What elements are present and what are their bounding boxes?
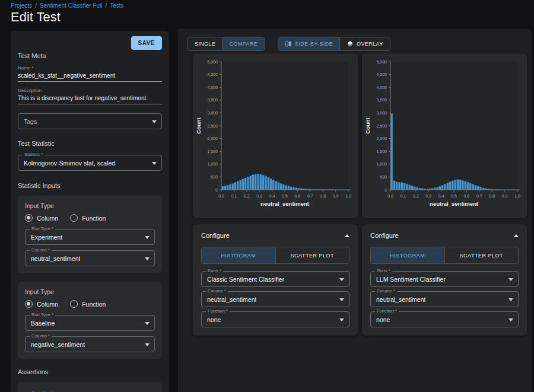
column-select-value: neutral_sentiment xyxy=(31,255,80,262)
layout-toggle-group: SIDE-BY-SIDE OVERLAY xyxy=(278,37,390,51)
svg-text:0.4: 0.4 xyxy=(438,194,444,198)
chevron-down-icon xyxy=(339,278,344,281)
radio-function[interactable]: Function xyxy=(70,300,106,308)
svg-text:0.2: 0.2 xyxy=(244,194,250,198)
svg-text:5,000: 5,000 xyxy=(376,60,387,64)
column-select[interactable]: Column * neutral_sentiment xyxy=(25,250,155,266)
compare-view-button[interactable]: COMPARE xyxy=(222,37,264,50)
svg-text:0.9: 0.9 xyxy=(333,194,339,198)
svg-text:Count: Count xyxy=(364,117,371,133)
configure-title: Configure xyxy=(201,232,230,239)
input-type-label: Input Type xyxy=(25,288,155,295)
svg-text:4,500: 4,500 xyxy=(207,72,218,77)
breadcrumb-link-projects[interactable]: Projects xyxy=(11,2,32,9)
run-type-select[interactable]: Run Type * Experiment xyxy=(25,229,155,245)
svg-text:2,500: 2,500 xyxy=(207,124,218,128)
svg-text:0.3: 0.3 xyxy=(425,194,431,198)
breadcrumb-link-project[interactable]: Sentiment Classfier Full xyxy=(40,2,103,9)
runs-select[interactable]: Runs * Classic Sentiment Classifier xyxy=(201,271,349,287)
svg-text:2,500: 2,500 xyxy=(376,124,387,128)
svg-text:4,500: 4,500 xyxy=(376,72,387,77)
side-by-side-button[interactable]: SIDE-BY-SIDE xyxy=(278,37,339,50)
svg-text:0.7: 0.7 xyxy=(476,194,482,198)
breadcrumb-link-tests[interactable]: Tests xyxy=(110,2,123,9)
column-select[interactable]: Column * negative_sentiment xyxy=(25,336,155,352)
svg-text:0.8: 0.8 xyxy=(320,194,326,198)
radio-column[interactable]: Column xyxy=(25,300,58,308)
function-select-value: none xyxy=(207,316,221,323)
side-by-side-label: SIDE-BY-SIDE xyxy=(295,41,333,47)
save-button[interactable]: SAVE xyxy=(131,36,163,50)
tab-scatter-plot[interactable]: SCATTER PLOT xyxy=(444,247,519,263)
single-view-button[interactable]: SINGLE xyxy=(188,37,222,50)
test-statistic-heading: Test Statistic xyxy=(18,140,162,147)
radio-column[interactable]: Column xyxy=(25,214,58,222)
svg-text:1,000: 1,000 xyxy=(207,162,218,166)
plot-type-tabs: HISTOGRAM SCATTER PLOT xyxy=(370,247,519,264)
radio-function-label: Function xyxy=(82,301,106,308)
chevron-down-icon xyxy=(508,298,513,301)
radio-unselected-icon xyxy=(70,300,78,308)
column-select-value: neutral_sentiment xyxy=(376,296,425,303)
statistic-input-group-experiment: Input Type Column Function Run Type * Ex… xyxy=(18,196,162,273)
svg-text:neutral_sentiment: neutral_sentiment xyxy=(430,200,479,207)
svg-text:1.0: 1.0 xyxy=(345,194,351,198)
column-select-value: negative_sentiment xyxy=(31,341,85,348)
configure-panel-right: Configure HISTOGRAM SCATTER PLOT Runs * … xyxy=(362,224,527,336)
tags-select[interactable]: Tags xyxy=(18,113,162,129)
tab-histogram[interactable]: HISTOGRAM xyxy=(202,247,275,263)
statistic-inputs-heading: Statistic Inputs xyxy=(18,182,162,189)
svg-text:0.0: 0.0 xyxy=(387,194,393,198)
radio-selected-icon xyxy=(25,214,33,222)
svg-text:0.0: 0.0 xyxy=(218,194,224,198)
tab-scatter-plot[interactable]: SCATTER PLOT xyxy=(275,247,349,263)
chevron-down-icon xyxy=(152,162,157,165)
test-edit-form-panel: SAVE Test Meta Name * scaled_ks_stat__ne… xyxy=(11,31,169,392)
svg-text:0: 0 xyxy=(215,188,218,192)
run-type-select-label: Run Type * xyxy=(30,226,55,231)
svg-text:0.4: 0.4 xyxy=(269,194,275,198)
run-type-select-value: Baseline xyxy=(31,320,55,327)
svg-text:4,000: 4,000 xyxy=(207,85,218,90)
radio-column-label: Column xyxy=(37,215,58,222)
assertion-item: Assertion * less than other * 0.1 xyxy=(18,382,162,392)
chevron-down-icon xyxy=(145,236,150,239)
svg-text:3,500: 3,500 xyxy=(207,98,218,102)
statistic-select[interactable]: Statistic * Kolmogorov-Smirnov stat, sca… xyxy=(18,155,162,171)
overlay-button[interactable]: OVERLAY xyxy=(339,37,390,50)
svg-text:0.1: 0.1 xyxy=(231,194,237,198)
svg-text:Count: Count xyxy=(195,117,202,133)
svg-text:1,000: 1,000 xyxy=(376,162,387,166)
column-select-label: Column * xyxy=(30,333,52,339)
svg-text:0.5: 0.5 xyxy=(282,194,288,198)
chevron-down-icon xyxy=(145,257,150,260)
name-field[interactable]: scaled_ks_stat__negative_sentiment xyxy=(18,71,162,82)
tab-histogram[interactable]: HISTOGRAM xyxy=(371,247,444,263)
comparison-view-panel: SINGLE COMPARE SIDE-BY-SIDE OVERLAY 0500… xyxy=(178,28,532,392)
svg-text:0.3: 0.3 xyxy=(256,194,262,198)
run-type-select[interactable]: Run Type * Baseline xyxy=(25,315,155,331)
plot-type-tabs: HISTOGRAM SCATTER PLOT xyxy=(201,247,349,264)
histogram-right: 05001,0001,5002,0002,5003,0003,5004,0004… xyxy=(362,53,527,218)
histogram-panel-right: 05001,0001,5002,0002,5003,0003,5004,0004… xyxy=(362,53,527,218)
svg-text:neutral_sentiment: neutral_sentiment xyxy=(260,200,310,207)
histogram-panel-left: 05001,0001,5002,0002,5003,0003,5004,0004… xyxy=(193,53,358,218)
runs-select[interactable]: Runs * LLM Sentiment Classifier xyxy=(370,271,519,287)
column-select[interactable]: Column * neutral_sentiment xyxy=(370,291,519,307)
function-select[interactable]: Function * none xyxy=(201,311,349,327)
svg-text:0.1: 0.1 xyxy=(401,194,406,198)
radio-column-label: Column xyxy=(37,301,58,308)
svg-text:0: 0 xyxy=(384,188,387,192)
chevron-down-icon xyxy=(339,318,344,321)
function-select[interactable]: Function * none xyxy=(370,311,519,327)
column-select[interactable]: Column * neutral_sentiment xyxy=(201,291,349,307)
collapse-icon[interactable] xyxy=(514,234,519,237)
collapse-icon[interactable] xyxy=(345,234,349,237)
svg-text:4,000: 4,000 xyxy=(376,85,387,90)
svg-text:5,000: 5,000 xyxy=(207,60,218,64)
chevron-down-icon xyxy=(145,322,150,325)
radio-function[interactable]: Function xyxy=(70,214,106,222)
view-mode-toolbar: SINGLE COMPARE SIDE-BY-SIDE OVERLAY xyxy=(187,37,390,51)
svg-text:2,000: 2,000 xyxy=(207,136,218,141)
description-field[interactable]: This is a discrepancy test for negative_… xyxy=(18,93,162,104)
